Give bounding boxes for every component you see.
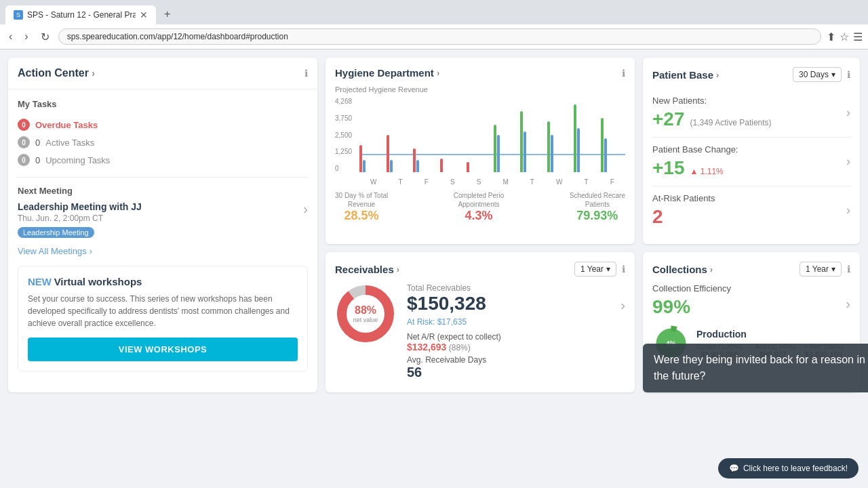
bar-f1-red: [413, 148, 416, 172]
meeting-date: Thu. Jun. 2, 2:00pm CT: [18, 214, 142, 223]
meeting-badge[interactable]: Leadership Meeting: [18, 227, 94, 238]
bar-w2-blue: [551, 135, 553, 172]
bar-group-w2: [547, 121, 572, 172]
total-receivables-value: $150,328: [407, 293, 486, 314]
new-patients-value: +27: [652, 108, 685, 130]
action-center-card: Action Center › ℹ My Tasks 0 Overdue Tas…: [8, 58, 317, 392]
receivables-title[interactable]: Receivables ›: [335, 264, 399, 275]
bookmark-icon[interactable]: ☆: [840, 30, 849, 43]
patient-change-arrow-icon: ›: [846, 155, 850, 169]
reload-button[interactable]: ↻: [37, 29, 53, 45]
profile-icon[interactable]: ☰: [853, 30, 863, 43]
new-tab-button[interactable]: +: [157, 4, 177, 24]
new-badge: NEW: [28, 276, 52, 287]
patient-base-change-row[interactable]: Patient Base Change: +15 ▲ 1.11% ›: [652, 138, 850, 186]
donut-pct: 88%: [353, 304, 378, 317]
receivables-content: 88% net value Total Receivables $150,328…: [335, 283, 625, 383]
address-bar[interactable]: [58, 28, 821, 45]
bar-f1-blue: [416, 160, 419, 172]
bar-w-blue: [363, 160, 366, 172]
hygiene-chart: 4,268 3,750 2,500 1,250 0: [335, 98, 625, 186]
receivables-row-arrow-icon[interactable]: ›: [620, 298, 625, 313]
view-all-meetings-link[interactable]: View All Meetings ›: [18, 246, 308, 256]
upcoming-tasks-row[interactable]: 0 0 Upcoming Tasks: [18, 151, 308, 169]
active-tasks-row[interactable]: 0 0 Active Tasks: [18, 134, 308, 151]
total-receivables-label: Total Receivables: [407, 283, 625, 293]
action-center-arrow-icon: ›: [92, 68, 95, 79]
production-title: Production: [696, 329, 850, 340]
bar-group-t3: [574, 104, 599, 172]
collections-info-icon[interactable]: ℹ: [847, 264, 850, 274]
active-tab[interactable]: S SPS - Saturn 12 - General Prac... ✕: [5, 5, 156, 24]
new-patients-row[interactable]: New Patients: +27 (1,349 Active Patients…: [652, 89, 850, 138]
meeting-info: Leadership Meeting with JJ Thu. Jun. 2, …: [18, 201, 142, 238]
patient-change-label: Patient Base Change:: [652, 144, 738, 155]
bar-group-w: [359, 145, 384, 172]
new-patients-arrow-icon: ›: [846, 106, 850, 120]
bar-f2-green: [601, 118, 604, 172]
my-tasks-label: My Tasks: [18, 99, 308, 109]
bar-t2-blue: [524, 131, 526, 172]
forward-button[interactable]: ›: [21, 29, 31, 44]
overdue-tasks-row[interactable]: 0 Overdue Tasks: [18, 116, 308, 134]
collections-tooltip: Were they being invited back for a reaso…: [643, 344, 868, 392]
patient-change-trend: ▲ 1.11%: [690, 167, 724, 176]
stat-total-revenue: 30 Day % of TotalRevenue 28.5%: [335, 191, 388, 223]
upcoming-tasks-link[interactable]: Upcoming Tasks: [45, 155, 110, 165]
bar-m-blue: [497, 135, 500, 172]
receivables-details: Total Receivables $150,328 › At Risk: $1…: [407, 283, 625, 383]
share-icon[interactable]: ⬆: [827, 30, 835, 43]
collections-row-arrow-icon[interactable]: ›: [846, 296, 850, 312]
collections-title[interactable]: Collections ›: [652, 264, 713, 275]
browser-tabs: S SPS - Saturn 12 - General Prac... ✕ +: [5, 4, 863, 24]
overdue-badge: 0: [18, 119, 30, 131]
view-all-arrow-icon: ›: [90, 246, 92, 256]
bar-t1-red: [387, 135, 389, 172]
back-button[interactable]: ‹: [5, 29, 16, 44]
patient-base-controls: 30 Days ▾ ℹ: [793, 67, 850, 82]
collections-header: Collections › 1 Year ▾ ℹ: [652, 262, 850, 277]
bar-t2-green: [520, 111, 523, 172]
bar-group-t2: [520, 111, 545, 172]
bar-w2-green: [547, 121, 550, 172]
at-risk-value: 2: [652, 206, 663, 227]
hygiene-header: Hygiene Department › ℹ: [335, 67, 625, 79]
hygiene-arrow-icon: ›: [437, 68, 439, 78]
hygiene-title[interactable]: Hygiene Department ›: [335, 67, 439, 79]
bar-s2-red: [467, 162, 469, 172]
collections-dropdown[interactable]: 1 Year ▾: [800, 262, 842, 277]
at-risk-label: At-Risk Patients: [652, 193, 715, 203]
bar-group-f2: [601, 118, 626, 172]
receivables-info-icon[interactable]: ℹ: [622, 264, 625, 274]
meeting-arrow-icon[interactable]: ›: [303, 201, 308, 217]
receivables-dropdown-chevron: ▾: [606, 264, 610, 274]
tab-close-button[interactable]: ✕: [140, 9, 148, 20]
new-patients-label: New Patients:: [652, 96, 772, 106]
virtual-workshops-box: NEW Virtual workshops Set your course to…: [18, 266, 308, 371]
bar-t3-green: [574, 104, 576, 172]
view-workshops-button[interactable]: VIEW WORKSHOPS: [28, 338, 298, 361]
at-risk-value: At Risk: $17,635: [407, 317, 625, 327]
action-center-info-icon[interactable]: ℹ: [304, 68, 308, 79]
dropdown-chevron-icon: ▾: [831, 70, 835, 79]
active-badge: 0: [18, 136, 30, 148]
patient-base-dropdown[interactable]: 30 Days ▾: [793, 67, 842, 82]
receivables-dropdown[interactable]: 1 Year ▾: [574, 262, 616, 277]
collections-card: Collections › 1 Year ▾ ℹ Collection Effi…: [643, 252, 860, 392]
at-risk-patients-row[interactable]: At-Risk Patients 2 ›: [652, 186, 850, 235]
receivables-controls: 1 Year ▾ ℹ: [574, 262, 625, 277]
patient-base-title[interactable]: Patient Base ›: [652, 69, 719, 81]
patient-base-info-icon[interactable]: ℹ: [847, 69, 850, 80]
bar-s1-red: [440, 159, 443, 172]
chart-y-labels: 4,268 3,750 2,500 1,250 0: [335, 98, 357, 172]
overdue-tasks-link[interactable]: Overdue Tasks: [35, 120, 98, 130]
action-center-title[interactable]: Action Center ›: [18, 67, 95, 79]
chart-bars: [359, 98, 625, 172]
hygiene-info-icon[interactable]: ℹ: [622, 68, 625, 79]
browser-chrome: S SPS - Saturn 12 - General Prac... ✕ + …: [0, 0, 868, 49]
meeting-title: Leadership Meeting with JJ: [18, 201, 142, 212]
active-tasks-link[interactable]: Active Tasks: [45, 138, 94, 148]
divider-1: [18, 177, 308, 178]
at-risk-arrow-icon: ›: [846, 203, 850, 218]
collections-dropdown-chevron: ▾: [831, 264, 835, 274]
